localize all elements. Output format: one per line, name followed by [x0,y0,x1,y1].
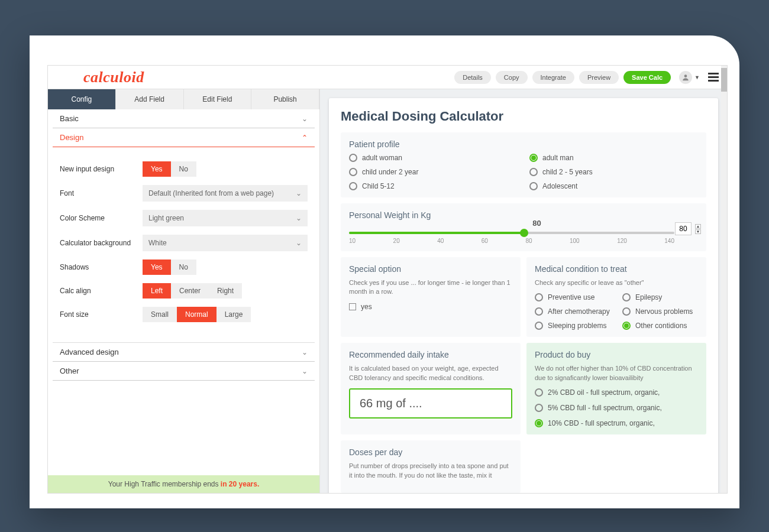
accordion-advanced[interactable]: Advanced design ⌄ [53,343,315,362]
align-center[interactable]: Center [171,283,209,299]
radio-icon [535,307,543,316]
save-button[interactable]: Save Calc [623,71,671,84]
tab-config[interactable]: Config [48,89,116,109]
calculator-card: Medical Dosing Calculator Patient profil… [329,98,718,493]
condition-option[interactable]: Sleeping problems [535,322,610,330]
condition-option[interactable]: Other contidions [622,322,698,330]
copy-button[interactable]: Copy [496,71,528,84]
patient-option[interactable]: child 2 - 5 years [529,168,698,176]
font-value: Default (Inherited font from a web page) [148,189,274,197]
slider-tick: 60 [482,238,488,244]
condition-label: Sleeping problems [548,322,606,330]
special-title: Special option [349,264,512,274]
align-label: Calc align [60,287,143,295]
radio-icon [529,182,538,190]
topbar: calculoid Details Copy Integrate Preview… [48,66,727,89]
chevron-down-icon: ⌄ [302,115,308,123]
condition-option[interactable]: After chemotherapy [535,307,610,316]
user-avatar-icon[interactable] [679,71,692,84]
weight-slider[interactable]: 80 1020406080100120140 ▲ ▼ [349,232,698,244]
device-frame: calculoid Details Copy Integrate Preview… [30,35,739,508]
patient-label: Adolescent [542,182,577,190]
radio-icon [535,404,543,412]
shadows-yes[interactable]: Yes [143,259,171,275]
patient-option[interactable]: Adolescent [529,182,698,190]
patient-label: adult man [542,154,574,162]
special-desc: Check yes if you use ... for longer time… [349,278,512,297]
shadows-label: Shadows [60,263,143,271]
calculator-title: Medical Dosing Calculator [341,109,706,124]
tab-publish[interactable]: Publish [251,89,319,109]
product-option[interactable]: 2% CBD oil - full spectrum, organic, [535,388,698,397]
intake-title: Recommended daily intake [349,350,512,359]
user-dropdown-caret[interactable]: ▼ [694,74,700,80]
radio-icon [349,182,357,190]
scrollbar-vertical[interactable] [721,66,727,493]
radio-icon [349,168,357,176]
patient-label: Child 5-12 [362,182,395,190]
accordion-basic[interactable]: Basic ⌄ [53,109,315,128]
radio-icon [529,168,538,176]
patient-option[interactable]: Child 5-12 [349,182,518,190]
radio-icon [622,293,631,301]
intake-section: Recommended daily intake It is calculate… [341,343,521,434]
condition-option[interactable]: Nervous problems [622,307,698,316]
accordion-other[interactable]: Other ⌄ [53,362,315,381]
fontsize-normal[interactable]: Normal [177,307,217,322]
bg-select[interactable]: White ⌄ [143,235,308,251]
scrollbar-thumb[interactable] [721,68,727,92]
menu-icon[interactable] [706,70,721,84]
new-input-yes[interactable]: Yes [143,161,171,177]
weight-input[interactable] [675,222,692,235]
weight-title: Personal Weight in Kg [349,210,698,220]
product-label: 10% CBD - full spectrum, organic, [548,419,655,427]
special-yes-checkbox[interactable]: yes [349,303,512,311]
integrate-button[interactable]: Integrate [532,71,574,84]
align-right[interactable]: Right [209,283,242,299]
align-left[interactable]: Left [143,283,171,299]
special-option-section: Special option Check yes if you use ... … [341,257,521,337]
shadows-no[interactable]: No [171,259,196,275]
doses-desc: Put number of drops preciselly into a te… [349,462,512,480]
chevron-down-icon: ⌄ [302,348,308,356]
accordion-basic-label: Basic [60,114,79,123]
patient-option[interactable]: adult man [529,154,698,162]
config-panel: Config Add Field Edit Field Publish Basi… [48,89,320,493]
product-option[interactable]: 10% CBD - full spectrum, organic, [535,419,698,427]
patient-option[interactable]: child under 2 year [349,168,518,176]
product-desc: We do not offer higher than 10% of CBD c… [535,364,698,382]
accordion-design[interactable]: Design ⌃ [53,128,315,147]
doses-section: Doses per day Put number of drops precis… [341,440,521,493]
preview-button[interactable]: Preview [579,71,619,84]
product-option[interactable]: 5% CBD full - full spectrum, organic, [535,404,698,412]
patient-label: child under 2 year [362,168,418,176]
slider-tick: 40 [437,238,444,244]
product-label: 2% CBD oil - full spectrum, organic, [548,388,660,397]
details-button[interactable]: Details [454,71,491,84]
condition-label: Other contidions [635,322,687,330]
color-scheme-select[interactable]: Light green ⌄ [143,210,308,226]
patient-profile-section: Patient profile adult womanadult manchil… [341,132,706,197]
fontsize-label: Font size [60,310,143,319]
bg-label: Calculator background [60,239,143,247]
fontsize-large[interactable]: Large [217,307,251,322]
chevron-down-icon: ⌄ [296,189,302,197]
accordion-design-label: Design [60,133,83,142]
slider-thumb[interactable] [520,229,528,237]
font-label: Font [60,189,143,197]
radio-icon [529,154,538,162]
condition-option[interactable]: Epilepsy [622,293,698,301]
app-window: calculoid Details Copy Integrate Preview… [47,65,728,494]
new-input-no[interactable]: No [171,161,196,177]
weight-step-up[interactable]: ▲ [695,224,701,229]
font-select[interactable]: Default (Inherited font from a web page)… [143,185,308,202]
slider-tick: 140 [664,238,674,244]
radio-icon [349,154,357,162]
patient-option[interactable]: adult woman [349,154,518,162]
tab-edit-field[interactable]: Edit Field [184,89,252,109]
fontsize-small[interactable]: Small [143,307,177,322]
weight-step-down[interactable]: ▼ [695,229,701,234]
tab-add-field[interactable]: Add Field [116,89,184,109]
condition-option[interactable]: Preventive use [535,293,610,301]
checkbox-icon [349,303,356,310]
